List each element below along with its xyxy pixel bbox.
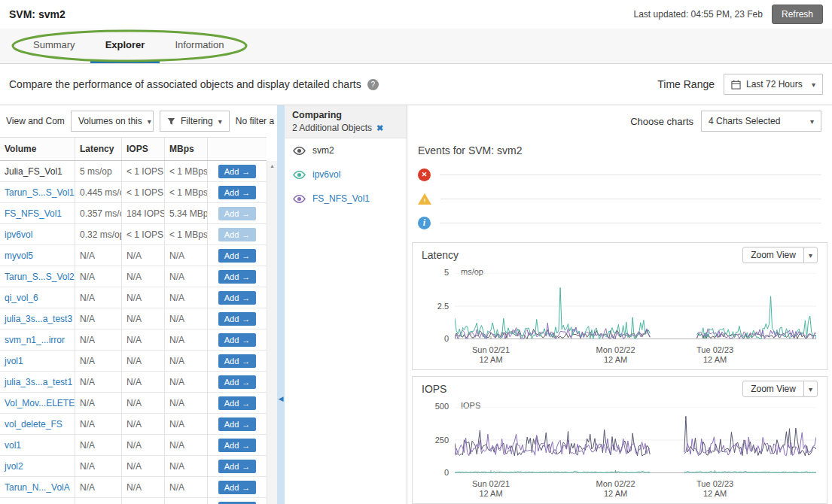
add-button[interactable]: Add→ (218, 312, 257, 326)
add-button[interactable]: Add→ (218, 249, 257, 263)
volume-link[interactable]: Vol_Mov...ELETE (5, 398, 75, 408)
volume-link[interactable]: jvol1 (5, 356, 23, 366)
comparing-item[interactable]: FS_NFS_Vol1 (285, 187, 407, 211)
iops-chart-title: IOPS (422, 383, 446, 395)
add-button[interactable]: Add→ (218, 186, 257, 199)
mbps-cell: N/A (165, 435, 208, 455)
refresh-button[interactable]: Refresh (772, 5, 823, 24)
eye-icon[interactable] (292, 146, 306, 156)
arrow-right-icon: → (242, 230, 250, 239)
svm-explorer-page: SVM: svm2 Last updated: 04:55 PM, 23 Feb… (0, 0, 832, 504)
add-button[interactable]: Add→ (218, 228, 257, 241)
volume-column-header[interactable]: Volume (0, 138, 75, 160)
zoom-view-button[interactable]: Zoom View (742, 247, 804, 263)
panel-collapse-handle[interactable]: ◀ (277, 105, 285, 504)
add-button[interactable]: Add→ (218, 207, 257, 220)
add-button[interactable]: Add→ (218, 165, 257, 178)
add-button[interactable]: Add→ (218, 396, 257, 410)
charts-selected-dropdown[interactable]: 4 Charts Selected ▾ (701, 111, 821, 132)
volume-link[interactable]: vol_delete_FS (5, 419, 62, 430)
charts-toolbar: Choose charts 4 Charts Selected ▾ (407, 105, 832, 137)
volume-link[interactable]: julia_3s...a_test1 (5, 377, 72, 387)
add-button[interactable]: Add→ (218, 439, 257, 452)
comparing-panel: Comparing 2 Additional Objects ✖ svm2 ip… (285, 105, 407, 504)
warning-events-row: ! (418, 187, 821, 211)
eye-icon[interactable] (292, 170, 306, 180)
volume-link[interactable]: ipv6vol (5, 229, 32, 240)
iops-cell: < 1 IOPS (122, 161, 165, 181)
tab-information[interactable]: Information (160, 29, 239, 63)
add-button[interactable]: Add→ (218, 270, 257, 284)
x-tick-label: Mon 02/2212 AM (596, 345, 635, 365)
add-button[interactable]: Add→ (218, 375, 257, 389)
volume-link[interactable]: Julia_FS_Vol1 (5, 166, 62, 177)
zoom-options-caret[interactable]: ▾ (803, 381, 818, 397)
y-tick-label: 0 (413, 334, 449, 343)
events-timeline: Events for SVM: svm2 ✕ ! i (407, 137, 832, 242)
arrow-right-icon: → (242, 420, 250, 429)
scroll-up-icon[interactable]: ▲ (267, 161, 277, 169)
zoom-view-button[interactable]: Zoom View (742, 381, 804, 397)
zoom-options-caret[interactable]: ▾ (803, 247, 818, 263)
eye-icon[interactable] (292, 194, 306, 204)
comparing-item[interactable]: ipv6vol (285, 162, 407, 187)
time-range-dropdown[interactable]: Last 72 Hours ▾ (724, 74, 823, 95)
remove-all-icon[interactable]: ✖ (376, 123, 383, 133)
volume-link[interactable]: vol1 (5, 440, 21, 451)
add-button[interactable]: Add→ (218, 460, 257, 473)
filtering-button[interactable]: Filtering ▾ (160, 111, 230, 132)
comparing-title: Comparing (292, 110, 399, 120)
collapse-left-icon[interactable]: ◀ (277, 395, 285, 402)
table-row: Vol_Mov...ELETE N/A N/A N/A Add→ (0, 393, 267, 414)
volume-link[interactable]: julia_3s...a_test3 (5, 314, 72, 324)
info-events-row: i (418, 211, 821, 235)
volume-link[interactable]: jvol2 (5, 461, 23, 472)
add-button[interactable]: Add→ (218, 291, 257, 305)
calendar-icon (731, 80, 741, 90)
iops-column-header[interactable]: IOPS (122, 138, 165, 160)
tab-summary[interactable]: Summary (18, 29, 90, 63)
volume-link[interactable]: Tarun_S...S_Vol2 (5, 272, 75, 282)
latency-chart-title: Latency (422, 249, 459, 261)
mbps-cell: N/A (165, 393, 208, 413)
comparing-item[interactable]: svm2 (285, 138, 407, 162)
volume-link[interactable]: FS_NFS_Vol1 (5, 208, 62, 219)
add-button[interactable]: Add→ (218, 417, 257, 431)
add-button[interactable]: Add→ (218, 333, 257, 347)
volume-link[interactable]: qi_vol_6 (5, 293, 38, 303)
add-column-header (208, 138, 267, 160)
volume-link[interactable]: myvol5 (5, 250, 33, 261)
table-scrollbar[interactable]: ▲ (267, 161, 277, 504)
volume-link[interactable]: Tarun_S...S_Vol1 (5, 187, 75, 198)
volumes-table-body: Julia_FS_Vol1 5 ms/op < 1 IOPS < 1 MBps … (0, 161, 277, 504)
add-button[interactable]: Add→ (218, 354, 257, 368)
chevron-down-icon: ▾ (148, 117, 151, 126)
volume-link[interactable]: Tarun_N..._VolA (5, 482, 70, 493)
latency-line-chart (455, 273, 816, 339)
comparing-item-label: FS_NFS_Vol1 (312, 193, 370, 204)
latency-cell: 0.32 ms/op (75, 224, 122, 244)
tab-bar: Summary Explorer Information (0, 29, 832, 64)
main-content: View and Comp Volumes on this ▾ Filterin… (0, 105, 832, 504)
x-tick-label: Sun 02/2112 AM (472, 345, 510, 365)
latency-cell: N/A (75, 287, 122, 308)
volume-link[interactable]: svm_n1_...irror (5, 335, 65, 345)
latency-cell: N/A (75, 498, 122, 504)
page-header: SVM: svm2 Last updated: 04:55 PM, 23 Feb… (0, 0, 832, 29)
mbps-cell: N/A (165, 372, 208, 392)
tab-explorer[interactable]: Explorer (90, 29, 160, 63)
mbps-cell: N/A (165, 308, 208, 329)
critical-events-row: ✕ (418, 162, 821, 187)
table-row: jvol2 N/A N/A N/A Add→ (0, 456, 267, 477)
add-button[interactable]: Add→ (218, 481, 257, 494)
iops-cell: N/A (122, 245, 165, 266)
latency-column-header[interactable]: Latency (75, 138, 122, 160)
table-row: myvol5 N/A N/A N/A Add→ (0, 245, 267, 266)
mbps-column-header[interactable]: MBps (165, 138, 208, 160)
arrow-right-icon: → (242, 483, 250, 492)
view-selector-value: Volumes on this (78, 116, 142, 126)
iops-cell: N/A (122, 393, 165, 413)
add-button[interactable]: Add→ (218, 502, 257, 504)
view-selector-dropdown[interactable]: Volumes on this ▾ (71, 111, 154, 132)
help-icon[interactable]: ? (367, 79, 379, 90)
